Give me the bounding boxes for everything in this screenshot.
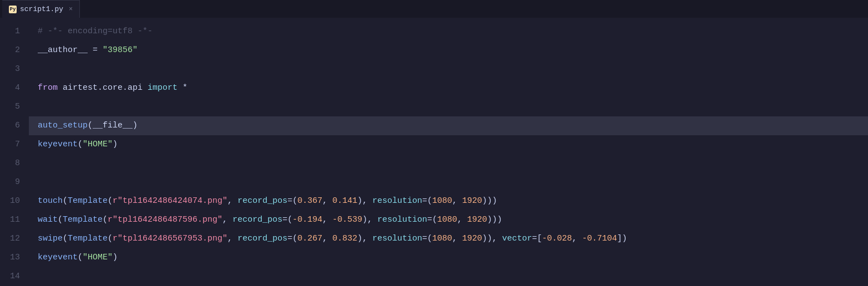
code-line-9 bbox=[29, 173, 868, 192]
code-area[interactable]: # -*- encoding=utf8 -*-__author__ = "398… bbox=[29, 18, 868, 286]
line-number-5: 5 bbox=[4, 98, 20, 116]
code-line-7: keyevent("HOME") bbox=[29, 135, 868, 154]
code-line-13: keyevent("HOME") bbox=[29, 248, 868, 267]
tab-bar: Py script1.py × bbox=[0, 0, 868, 18]
line-number-9: 9 bbox=[4, 173, 20, 192]
line-number-2: 2 bbox=[4, 41, 20, 60]
line-number-14: 14 bbox=[4, 267, 20, 286]
line-number-10: 10 bbox=[4, 192, 20, 211]
code-line-1: # -*- encoding=utf8 -*- bbox=[29, 22, 868, 41]
code-line-11: wait(Template(r"tpl1642486487596.png", r… bbox=[29, 211, 868, 229]
code-line-5 bbox=[29, 98, 868, 116]
tab-label: script1.py bbox=[20, 5, 63, 13]
code-line-8 bbox=[29, 154, 868, 173]
line-number-7: 7 bbox=[4, 135, 20, 154]
code-line-12: swipe(Template(r"tpl1642486567953.png", … bbox=[29, 229, 868, 248]
tab-script1[interactable]: Py script1.py × bbox=[2, 0, 80, 18]
line-number-8: 8 bbox=[4, 154, 20, 173]
code-line-6: auto_setup(__file__) bbox=[29, 116, 868, 135]
line-number-13: 13 bbox=[4, 248, 20, 267]
editor-area: 123456789101112131415 # -*- encoding=utf… bbox=[0, 18, 868, 286]
line-number-11: 11 bbox=[4, 211, 20, 229]
line-number-4: 4 bbox=[4, 79, 20, 98]
tab-file-icon: Py bbox=[9, 6, 17, 13]
line-number-3: 3 bbox=[4, 60, 20, 79]
line-number-6: 6 bbox=[4, 116, 20, 135]
code-line-2: __author__ = "39856" bbox=[29, 41, 868, 60]
code-line-3 bbox=[29, 60, 868, 79]
tab-close-button[interactable]: × bbox=[69, 6, 73, 13]
code-line-14 bbox=[29, 267, 868, 286]
line-number-1: 1 bbox=[4, 22, 20, 41]
line-number-12: 12 bbox=[4, 229, 20, 248]
code-line-10: touch(Template(r"tpl1642486424074.png", … bbox=[29, 192, 868, 211]
code-line-4: from airtest.core.api import * bbox=[29, 79, 868, 98]
line-numbers: 123456789101112131415 bbox=[0, 18, 29, 286]
